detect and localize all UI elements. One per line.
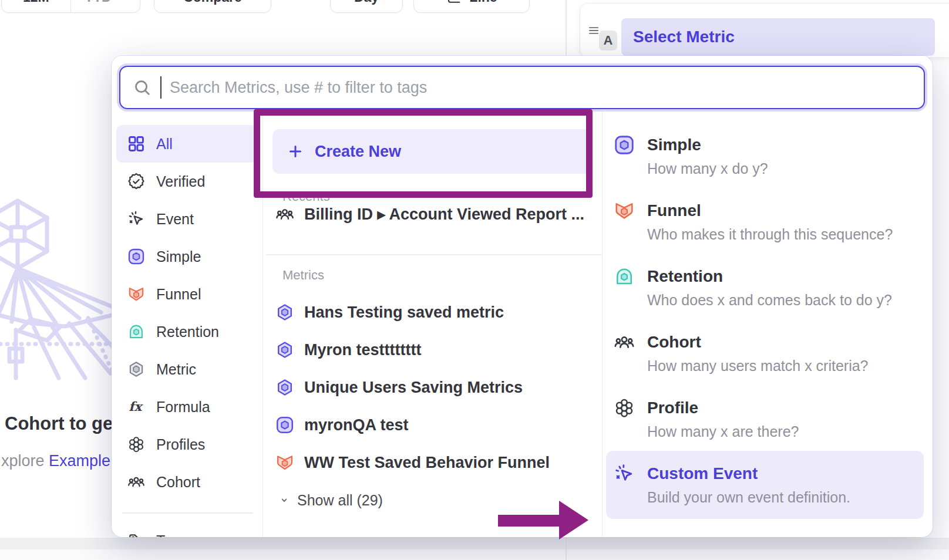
metric-type-description: How many users match x criteria? xyxy=(647,355,869,377)
simple-icon xyxy=(275,415,295,435)
saved-metrics-list: Hans Testing saved metric Myron testtttt… xyxy=(275,294,596,481)
metrics-section-label: Metrics xyxy=(282,268,324,283)
metric-row-badge: A xyxy=(599,31,617,50)
category-formula[interactable]: fx Formula xyxy=(116,388,258,426)
category-event[interactable]: Event xyxy=(116,200,258,238)
metric-type-description: How many x are there? xyxy=(647,420,799,443)
metric-item-label: myronQA test xyxy=(304,416,409,434)
metric-type-title: Profile xyxy=(647,396,799,420)
category-simple[interactable]: Simple xyxy=(116,238,258,275)
saved-metrics-column: Create New Recents Billing ID ▸ Account … xyxy=(263,112,603,537)
metric-type-title: Retention xyxy=(647,264,892,289)
flower-icon xyxy=(613,397,635,419)
category-label: Verified xyxy=(156,173,205,190)
metric-type-title: Custom Event xyxy=(647,461,850,486)
category-verified[interactable]: Verified xyxy=(116,163,258,200)
plus-icon xyxy=(287,143,304,160)
category-profiles[interactable]: Profiles xyxy=(116,426,258,463)
metric-item-label: Myron testttttttt xyxy=(304,341,421,359)
category-label: Cohort xyxy=(156,474,200,491)
search-icon xyxy=(132,77,152,97)
metric-item-myron-testttttttt[interactable]: Myron testttttttt xyxy=(275,331,596,369)
metric-item-label: Unique Users Saving Metrics xyxy=(304,379,523,397)
empty-state-heading: Cohort to ge xyxy=(5,413,113,434)
metric-type-custom-event[interactable]: Custom Event Build your own event defini… xyxy=(606,451,924,519)
empty-state-illustration xyxy=(0,197,115,382)
metric-type-cohort[interactable]: Cohort How many users match x criteria? xyxy=(606,319,924,380)
compare-label: Compare xyxy=(183,0,242,5)
metric-type-title: Funnel xyxy=(647,198,893,223)
show-all-toggle[interactable]: Show all (29) xyxy=(278,487,383,513)
metric-type-profile[interactable]: Profile How many x are there? xyxy=(606,385,924,446)
create-new-button[interactable]: Create New xyxy=(272,129,592,174)
metric-type-simple[interactable]: Simple How many x do y? xyxy=(606,122,924,183)
hexagon-icon xyxy=(275,302,295,322)
show-all-label: Show all (29) xyxy=(297,492,383,509)
metric-item-hans-testing-saved-metric[interactable]: Hans Testing saved metric xyxy=(275,294,596,331)
category-sidebar: All Verified Event Simple Funnel xyxy=(112,112,263,537)
recent-item-billing[interactable]: Billing ID ▸ Account Viewed Report ... xyxy=(275,200,584,229)
metric-item-label: WW Test Saved Behavior Funnel xyxy=(304,454,550,472)
canvas-panel-divider-lower xyxy=(566,538,567,560)
category-label: T xyxy=(156,532,165,537)
select-metric-pill[interactable]: Select Metric xyxy=(621,18,935,56)
select-metric-dropdown: All Verified Event Simple Funnel xyxy=(112,56,933,537)
metric-type-title: Cohort xyxy=(647,330,869,355)
category-funnel[interactable]: Funnel xyxy=(116,275,258,313)
explore-prefix: xplore xyxy=(1,452,45,470)
range-12m-button[interactable]: 12M xyxy=(2,0,70,12)
metric-item-unique-users-saving-metrics[interactable]: Unique Users Saving Metrics xyxy=(275,369,596,406)
simple-icon xyxy=(127,247,146,266)
hexagon-icon xyxy=(275,340,295,360)
chart-type-line-button[interactable]: Line xyxy=(413,0,530,13)
category-partial-bottom[interactable]: T xyxy=(116,522,258,538)
category-label: Metric xyxy=(156,361,196,378)
svg-text:fx: fx xyxy=(129,399,143,414)
category-cohort[interactable]: Cohort xyxy=(116,463,258,501)
metric-type-description: Who does x and comes back to do y? xyxy=(647,289,892,311)
metric-item-label: Hans Testing saved metric xyxy=(304,303,504,322)
tag-icon xyxy=(127,532,146,538)
chevron-down-icon xyxy=(115,0,127,3)
category-metric[interactable]: Metric xyxy=(116,350,258,388)
metric-item-myronqa-test[interactable]: myronQA test xyxy=(275,406,596,444)
category-label: Simple xyxy=(156,248,201,265)
category-retention[interactable]: Retention xyxy=(116,313,258,350)
cursor-icon xyxy=(127,210,146,228)
range-12m-label: 12M xyxy=(23,0,49,5)
example-link[interactable]: Example I xyxy=(49,452,119,470)
metric-type-text: Funnel Who makes it through this sequenc… xyxy=(647,198,893,245)
search-focus-ring xyxy=(117,63,927,112)
metric-search-field[interactable] xyxy=(119,66,925,109)
metric-type-retention[interactable]: Retention Who does x and comes back to d… xyxy=(606,254,924,315)
page-lower-band xyxy=(0,549,949,560)
metric-type-text: Profile How many x are there? xyxy=(647,396,799,443)
metric-item-ww-test-saved-behavior-funnel[interactable]: WW Test Saved Behavior Funnel xyxy=(275,444,596,481)
metric-type-text: Simple How many x do y? xyxy=(647,133,768,180)
category-label: Formula xyxy=(156,399,210,416)
metric-type-funnel[interactable]: Funnel Who makes it through this sequenc… xyxy=(606,188,924,249)
metric-builder-row: A Select Metric xyxy=(580,4,949,58)
search-input[interactable] xyxy=(170,79,912,97)
funnel-icon xyxy=(127,285,146,303)
category-all[interactable]: All xyxy=(116,125,258,163)
people-icon xyxy=(275,204,295,224)
metric-type-text: Cohort How many users match x criteria? xyxy=(647,330,869,377)
day-label: Day xyxy=(354,0,379,5)
retention-icon xyxy=(127,322,146,341)
line-chart-icon xyxy=(446,0,462,5)
granularity-day-button[interactable]: Day xyxy=(330,0,403,13)
metric-type-column: Simple How many x do y? Funnel Who makes… xyxy=(603,112,933,537)
metric-type-text: Retention Who does x and comes back to d… xyxy=(647,264,892,311)
dropdown-columns: All Verified Event Simple Funnel xyxy=(112,112,933,537)
range-ytd-label: YTD xyxy=(85,0,112,5)
compare-button[interactable]: Compare xyxy=(154,0,271,13)
sidebar-divider xyxy=(122,512,253,514)
canvas-panel-divider xyxy=(566,0,567,56)
recent-item-label: Billing ID ▸ Account Viewed Report ... xyxy=(304,205,584,224)
category-label: Profiles xyxy=(156,436,205,453)
section-divider xyxy=(266,254,602,255)
verified-icon xyxy=(127,172,146,191)
range-ytd-button[interactable]: YTD xyxy=(71,0,140,12)
empty-state-explore-text: xplore Example I xyxy=(1,452,119,470)
